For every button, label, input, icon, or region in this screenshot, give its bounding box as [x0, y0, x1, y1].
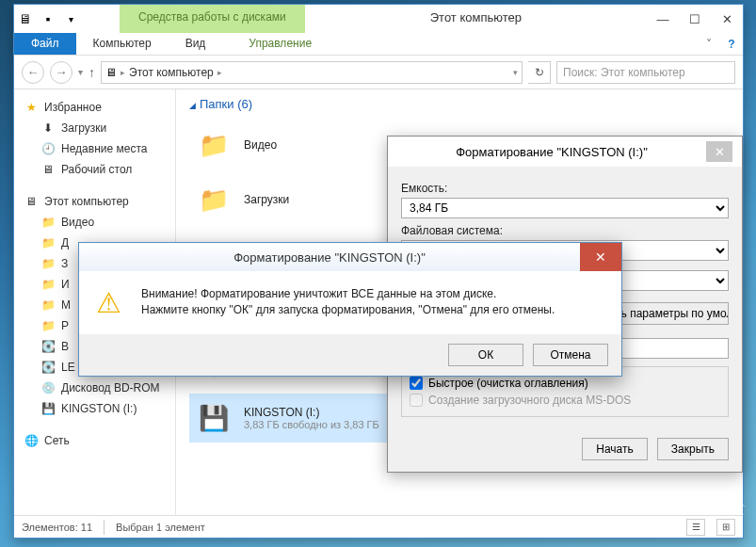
sidebar-item-videos[interactable]: 📁Видео [14, 212, 175, 233]
tab-computer[interactable]: Компьютер [76, 33, 169, 55]
capacity-label: Емкость: [401, 182, 729, 195]
props-icon[interactable]: ▪ [37, 5, 59, 33]
file-tab[interactable]: Файл [14, 33, 76, 55]
disc-icon: 💿 [40, 380, 56, 395]
breadcrumb-sep-icon[interactable]: ▸ [121, 68, 125, 77]
app-icon: 🖥 [14, 5, 37, 33]
refresh-button[interactable]: ↻ [528, 61, 551, 84]
titlebar: 🖥 ▪ ▾ Средства работы с дисками Этот ком… [14, 5, 743, 33]
folder-icon: 📁 [40, 215, 56, 230]
up-button[interactable]: ↑ [88, 65, 95, 80]
maximize-button[interactable]: ☐ [679, 5, 711, 33]
sidebar-item-kingston[interactable]: 💾KINGSTON (I:) [14, 398, 175, 419]
folder-icon: 📁 [40, 256, 56, 271]
drive-icon: 💽 [40, 360, 56, 375]
desktop-icon: 🖥 [40, 162, 56, 177]
network-icon: 🌐 [24, 433, 39, 448]
status-count: Элементов: 11 [22, 522, 92, 533]
close-icon[interactable]: ✕ [580, 243, 621, 271]
chevron-down-icon[interactable]: ▾ [59, 5, 82, 33]
folder-icon: 📁 [193, 124, 234, 166]
status-selected: Выбран 1 элемент [116, 522, 205, 533]
breadcrumb-sep-icon[interactable]: ▸ [217, 68, 222, 77]
tab-view[interactable]: Вид [169, 33, 223, 55]
format-dialog-title: Форматирование "KINGSTON (I:)" [397, 145, 706, 159]
context-tab-header: Средства работы с дисками [120, 5, 305, 33]
filesystem-label: Файловая система: [401, 224, 729, 237]
close-icon[interactable]: ✕ [706, 141, 732, 162]
sidebar-this-pc[interactable]: 🖥Этот компьютер [14, 191, 175, 212]
navbar: ← → ▾ ↑ 🖥 ▸ Этот компьютер ▸ ▾ ↻ Поиск: … [14, 56, 743, 89]
address-dropdown-icon[interactable]: ▾ [513, 68, 518, 77]
collapse-icon[interactable]: ◢ [189, 101, 196, 110]
ribbon: Файл Компьютер Вид Управление ˅ ? [14, 33, 743, 56]
download-icon: ⬇ [40, 121, 56, 136]
section-header[interactable]: ◢Папки (6) [189, 97, 730, 111]
search-input[interactable]: Поиск: Этот компьютер [556, 61, 735, 84]
sidebar-network[interactable]: 🌐Сеть [14, 430, 175, 451]
sidebar-item-recent[interactable]: 🕘Недавние места [14, 138, 175, 159]
recent-icon: 🕘 [40, 141, 56, 156]
computer-icon: 🖥 [24, 194, 39, 209]
sidebar-item-bdrom[interactable]: 💿Дисковод BD-ROM [14, 378, 175, 398]
usb-drive-icon: 💾 [193, 397, 234, 439]
warning-icon: ⚠ [96, 286, 128, 318]
format-dialog-titlebar[interactable]: Форматирование "KINGSTON (I:)" ✕ [388, 137, 742, 167]
capacity-select[interactable]: 3,84 ГБ [401, 198, 729, 218]
folder-icon: 📁 [40, 277, 56, 292]
folder-icon: 📁 [40, 298, 56, 313]
sidebar-item-downloads[interactable]: ⬇Загрузки [14, 118, 175, 138]
msgbox-text: Внимание! Форматирование уничтожит ВСЕ д… [141, 286, 555, 319]
ok-button[interactable]: ОК [448, 344, 523, 366]
statusbar: Элементов: 11 Выбран 1 элемент ☰ ⊞ [14, 515, 743, 538]
view-tiles-button[interactable]: ⊞ [716, 519, 735, 536]
folder-icon: 📁 [40, 235, 56, 250]
quick-format-checkbox[interactable]: Быстрое (очистка оглавления) [410, 375, 720, 392]
folder-icon: 📁 [193, 179, 234, 220]
msdos-boot-checkbox: Создание загрузочного диска MS-DOS [410, 392, 720, 409]
back-button[interactable]: ← [22, 61, 44, 84]
star-icon: ★ [24, 100, 39, 115]
close-button[interactable]: Закрыть [657, 438, 729, 460]
breadcrumb[interactable]: Этот компьютер [129, 66, 214, 79]
sidebar-item-desktop[interactable]: 🖥Рабочий стол [14, 159, 175, 180]
computer-icon: 🖥 [105, 66, 117, 79]
sidebar-favorites[interactable]: ★Избранное [14, 97, 175, 118]
view-details-button[interactable]: ☰ [686, 519, 705, 536]
forward-button[interactable]: → [50, 61, 72, 84]
warning-messagebox: Форматирование "KINGSTON (I:)" ✕ ⚠ Внима… [78, 242, 622, 377]
tab-manage[interactable]: Управление [232, 33, 329, 55]
folder-icon: 📁 [40, 318, 56, 333]
help-icon[interactable]: ? [720, 33, 743, 55]
drive-icon: 💽 [40, 339, 56, 354]
cancel-button[interactable]: Отмена [533, 344, 608, 366]
usb-icon: 💾 [40, 401, 56, 416]
close-button[interactable]: ✕ [711, 5, 743, 33]
msgbox-title: Форматирование "KINGSTON (I:)" [79, 250, 580, 265]
ribbon-expand-icon[interactable]: ˅ [698, 33, 720, 55]
start-button[interactable]: Начать [582, 438, 648, 460]
msgbox-titlebar[interactable]: Форматирование "KINGSTON (I:)" ✕ [79, 243, 621, 271]
address-bar[interactable]: 🖥 ▸ Этот компьютер ▸ ▾ [101, 61, 523, 84]
window-title: Этот компьютер [305, 5, 647, 33]
minimize-button[interactable]: — [647, 5, 679, 33]
history-dropdown-icon[interactable]: ▾ [78, 67, 83, 77]
